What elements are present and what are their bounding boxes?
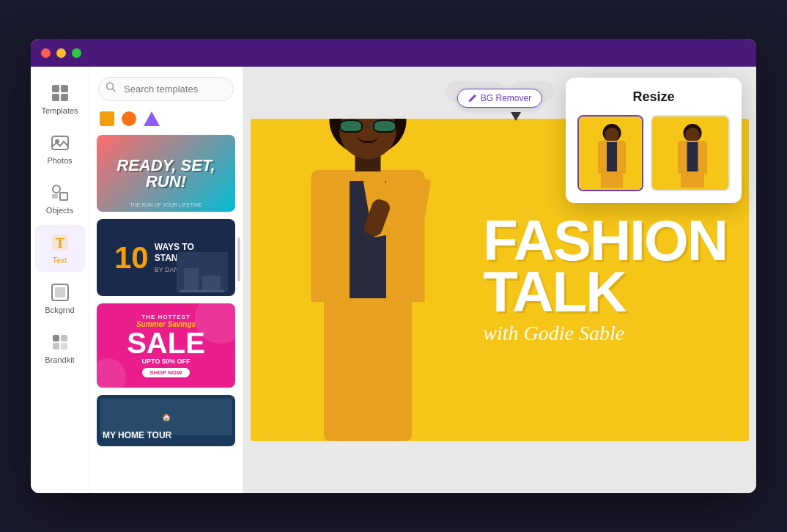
fashion-subtitle-text: with Godie Sable	[483, 321, 727, 346]
resize-option-2[interactable]	[651, 115, 731, 191]
svg-rect-15	[53, 343, 59, 350]
model-figure	[295, 126, 441, 441]
sidebar-item-brandkit[interactable]: Brandkit	[35, 325, 85, 372]
template-1-subtitle: THE RUN OF YOUR LIFETIME	[103, 202, 229, 207]
thumb-head-1	[605, 128, 619, 142]
svg-rect-8	[52, 194, 58, 199]
sidebar-label-text: Text	[52, 256, 67, 265]
template-card-3[interactable]: THE HOTTEST Summer Savings SALE UPTO 50%…	[97, 303, 235, 388]
svg-rect-16	[61, 343, 67, 350]
svg-text:T: T	[55, 236, 64, 251]
svg-rect-12	[55, 287, 65, 298]
lens-left	[339, 119, 363, 133]
templates-list: READY, SET,RUN! THE RUN OF YOUR LIFETIME…	[89, 135, 243, 493]
resize-panel: Resize	[566, 78, 742, 203]
template-card-4[interactable]: MY HOME TOUR 🏠	[97, 395, 235, 446]
svg-rect-3	[61, 94, 68, 101]
filter-circle[interactable]	[122, 111, 136, 126]
sidebar-label-objects: Objects	[46, 206, 73, 215]
photos-icon	[50, 133, 70, 153]
model-container	[265, 119, 485, 441]
search-input[interactable]	[98, 77, 234, 101]
template-1-title: READY, SET,RUN!	[117, 158, 215, 190]
resize-options	[577, 115, 730, 191]
thumb-mini-model-1	[586, 120, 638, 186]
sidebar-item-templates[interactable]: Templates	[35, 75, 85, 122]
resize-thumb-2	[652, 117, 731, 190]
main-canvas[interactable]: BG Remover	[243, 67, 756, 493]
app-body: Templates Photos	[31, 67, 756, 493]
fashion-text: FASHIONTALK with Godie Sable	[483, 215, 727, 346]
text-icon: T	[50, 232, 70, 253]
svg-rect-1	[61, 85, 68, 92]
fashion-title-text: FASHIONTALK	[483, 215, 727, 317]
resize-option-1[interactable]	[577, 115, 643, 191]
pencil-icon	[468, 94, 477, 103]
search-bar-container	[89, 67, 243, 108]
template-3-hot: THE HOTTEST	[141, 314, 191, 320]
template-4-title: MY HOME TOUR	[103, 430, 171, 440]
glasses-bridge	[366, 125, 370, 128]
sidebar-item-objects[interactable]: Objects	[35, 175, 85, 222]
templates-panel: READY, SET,RUN! THE RUN OF YOUR LIFETIME…	[89, 67, 243, 493]
templates-icon	[50, 83, 70, 103]
sidebar-label-background: Bckgrnd	[45, 306, 74, 314]
sidebar-label-templates: Templates	[41, 106, 78, 115]
bg-remover-tooltip[interactable]: BG Remover	[457, 89, 542, 108]
svg-rect-7	[60, 193, 67, 200]
template-3-discount: UPTO 50% OFF	[142, 358, 191, 365]
template-card-2[interactable]: 10 WAYS TOSTANDOUT BY DANIELLE LIM	[97, 219, 235, 296]
svg-point-6	[53, 185, 60, 193]
filter-shapes	[89, 108, 243, 135]
template-3-cta[interactable]: SHOP NOW	[142, 368, 189, 377]
filter-triangle[interactable]	[144, 111, 160, 126]
model-glasses	[339, 119, 397, 133]
thumb-legs-2	[681, 173, 704, 188]
sidebar: Templates Photos	[31, 67, 89, 493]
resize-panel-title: Resize	[577, 89, 730, 105]
lens-right	[373, 119, 396, 133]
thumb-legs-1	[601, 173, 623, 188]
bg-remover-label: BG Remover	[481, 93, 531, 103]
template-2-number: 10	[114, 243, 149, 273]
title-bar	[31, 39, 756, 67]
objects-icon	[50, 182, 70, 203]
brandkit-icon	[50, 332, 70, 352]
svg-rect-2	[52, 94, 59, 101]
svg-rect-0	[52, 85, 59, 92]
resize-thumb-1	[579, 117, 643, 190]
deco-circle-2	[97, 358, 126, 388]
sidebar-label-brandkit: Brandkit	[45, 355, 74, 364]
filter-square[interactable]	[100, 111, 114, 126]
thumb-mini-model-2	[661, 120, 723, 186]
search-icon	[106, 81, 116, 94]
thumb-head-2	[685, 128, 700, 142]
app-window: Templates Photos	[31, 39, 756, 493]
svg-line-18	[113, 89, 116, 92]
thumb-shirt-1	[607, 142, 617, 171]
sidebar-label-photos: Photos	[47, 156, 72, 165]
panel-scrollbar[interactable]	[237, 237, 240, 281]
traffic-light-fullscreen[interactable]	[72, 48, 81, 58]
sidebar-item-text[interactable]: T Text	[35, 225, 85, 272]
cursor-arrow	[511, 112, 521, 121]
traffic-light-minimize[interactable]	[56, 48, 66, 58]
thumb-shirt-2	[687, 142, 698, 171]
sidebar-item-photos[interactable]: Photos	[35, 125, 85, 172]
model-legs	[324, 295, 412, 441]
template-2-decoration	[177, 252, 228, 292]
template-3-sale: SALE	[127, 328, 205, 358]
svg-rect-14	[61, 335, 67, 341]
svg-rect-13	[53, 335, 59, 341]
background-icon	[50, 282, 70, 303]
template-card-1[interactable]: READY, SET,RUN! THE RUN OF YOUR LIFETIME	[97, 135, 235, 212]
sidebar-item-background[interactable]: Bckgrnd	[35, 275, 85, 322]
traffic-light-close[interactable]	[41, 48, 51, 58]
